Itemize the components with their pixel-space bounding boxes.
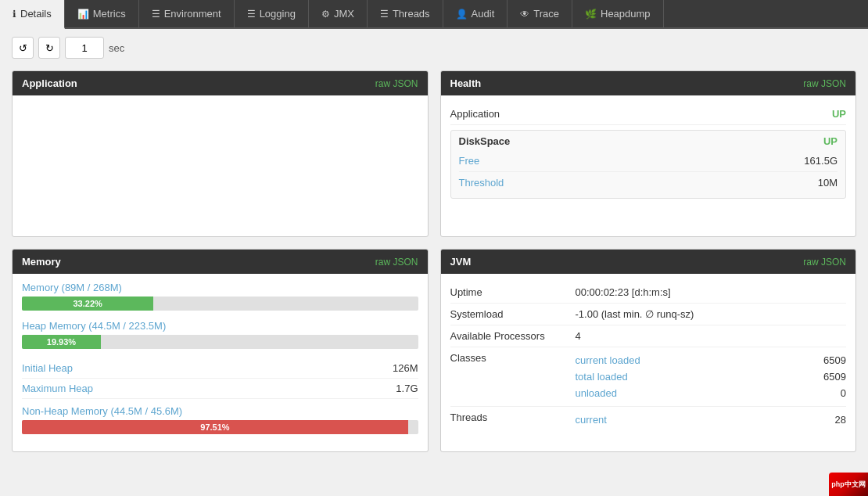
health-threshold-label: Threshold (459, 177, 504, 189)
health-diskspace-label: DiskSpace (459, 135, 511, 147)
interval-unit-label: sec (109, 42, 124, 54)
memory-raw-json[interactable]: raw JSON (375, 257, 418, 268)
interval-input[interactable] (65, 37, 104, 59)
php-watermark: php中文网 (829, 473, 868, 476)
tab-jmx[interactable]: ⚙ JMX (309, 0, 368, 27)
jvm-systemload-value: -1.00 (last min. ∅ runq-sz) (576, 308, 847, 320)
logging-icon: ☰ (247, 9, 256, 20)
tab-threads-label: Threads (393, 8, 430, 20)
heap-memory-label: Heap Memory (44.5M / 223.5M) (22, 320, 418, 332)
trace-icon: 👁 (520, 9, 529, 20)
top-panels-row: Application raw JSON Health raw JSON App… (12, 70, 856, 237)
auto-refresh-button[interactable]: ↻ (38, 37, 60, 59)
jvm-current-threads-value: 28 (799, 414, 846, 426)
application-raw-json[interactable]: raw JSON (375, 78, 418, 89)
audit-icon: 👤 (456, 9, 468, 20)
jvm-current-loaded-label: current loaded (576, 354, 640, 366)
jvm-panel-body: Uptime 00:00:02:23 [d:h:m:s] Systemload … (441, 274, 856, 440)
health-application-row: Application UP (450, 103, 847, 125)
heap-memory-bar-fill: 19.93% (22, 335, 101, 349)
health-application-status: UP (832, 108, 846, 120)
jvm-total-loaded-value: 6509 (799, 371, 846, 383)
health-free-value: 161.5G (804, 155, 838, 167)
tab-audit[interactable]: 👤 Audit (443, 0, 508, 27)
health-panel: Health raw JSON Application UP DiskSpace… (440, 70, 857, 237)
maximum-heap-value: 1.7G (396, 383, 418, 394)
jvm-current-loaded-row: current loaded 6509 (576, 352, 847, 368)
tab-metrics[interactable]: 📊 Metrics (65, 0, 139, 27)
jvm-unloaded-label: unloaded (576, 387, 618, 399)
tab-trace[interactable]: 👁 Trace (508, 0, 572, 27)
health-diskspace-header: DiskSpace UP (459, 135, 838, 147)
tab-logging-label: Logging (260, 8, 296, 20)
health-free-label: Free (459, 155, 480, 167)
jvm-total-loaded-row: total loaded 6509 (576, 368, 847, 385)
heap-memory-bar-bg: 19.93% (22, 335, 418, 349)
maximum-heap-row: Maximum Heap 1.7G (22, 379, 418, 399)
jvm-unloaded-value: 0 (799, 387, 846, 399)
health-free-row: Free 161.5G (459, 150, 838, 172)
initial-heap-label: Initial Heap (22, 362, 73, 374)
jvm-current-loaded-value: 6509 (799, 354, 846, 366)
main-content: Application raw JSON Health raw JSON App… (0, 66, 868, 476)
tab-details-label: Details (20, 8, 52, 20)
jvm-current-threads-row: current 28 (576, 412, 847, 428)
metrics-icon: 📊 (77, 9, 89, 20)
health-threshold-value: 10M (818, 177, 838, 189)
application-panel-title: Application (22, 77, 77, 89)
jvm-raw-json[interactable]: raw JSON (803, 257, 846, 268)
jvm-classes-block: current loaded 6509 total loaded 6509 un… (576, 352, 847, 401)
jvm-total-loaded-label: total loaded (576, 371, 628, 383)
memory-total-label: Memory (89M / 268M) (22, 282, 418, 293)
application-panel-body (13, 95, 428, 236)
memory-total-pct: 33.22% (73, 299, 102, 308)
refresh-button[interactable]: ↺ (12, 37, 34, 59)
bottom-panels-row: Memory raw JSON Memory (89M / 268M) 33.2… (12, 249, 856, 452)
memory-panel: Memory raw JSON Memory (89M / 268M) 33.2… (12, 249, 429, 452)
heap-memory-item: Heap Memory (44.5M / 223.5M) 19.93% (22, 320, 418, 349)
memory-panel-title: Memory (22, 256, 61, 268)
jvm-threads-block: current 28 (576, 412, 847, 428)
jvm-unloaded-row: unloaded 0 (576, 385, 847, 401)
tab-environment[interactable]: ☰ Environment (139, 0, 235, 27)
health-application-label: Application (450, 108, 500, 120)
health-panel-body: Application UP DiskSpace UP Free 161.5G … (441, 95, 856, 211)
jvm-systemload-label: Systemload (450, 308, 576, 320)
environment-icon: ☰ (152, 9, 160, 20)
tab-details[interactable]: ℹ Details (0, 0, 65, 29)
jvm-systemload-row: Systemload -1.00 (last min. ∅ runq-sz) (450, 304, 847, 325)
heap-memory-pct: 19.93% (47, 337, 76, 347)
jvm-threads-label: Threads (450, 412, 576, 423)
tab-logging[interactable]: ☰ Logging (235, 0, 309, 27)
tab-metrics-label: Metrics (93, 8, 126, 20)
jmx-icon: ⚙ (321, 9, 330, 20)
memory-total-bar-bg: 33.22% (22, 297, 418, 311)
memory-total-bar-fill: 33.22% (22, 297, 153, 311)
memory-panel-header: Memory raw JSON (13, 250, 428, 274)
memory-total-item: Memory (89M / 268M) 33.22% (22, 282, 418, 311)
tab-threads[interactable]: ☰ Threads (368, 0, 443, 27)
memory-panel-body: Memory (89M / 268M) 33.22% Heap Memory (… (13, 274, 428, 451)
heapdump-icon: 🌿 (585, 9, 597, 20)
non-heap-label: Non-Heap Memory (44.5M / 45.6M) (22, 405, 418, 417)
jvm-processors-row: Available Processors 4 (450, 325, 847, 347)
jvm-processors-label: Available Processors (450, 330, 576, 342)
health-raw-json[interactable]: raw JSON (803, 78, 846, 89)
tab-bar: ℹ Details 📊 Metrics ☰ Environment ☰ Logg… (0, 0, 868, 29)
health-diskspace-status: UP (823, 135, 838, 147)
threads-icon: ☰ (380, 9, 389, 20)
health-threshold-row: Threshold 10M (459, 172, 838, 193)
initial-heap-value: 126M (393, 362, 418, 374)
health-panel-header: Health raw JSON (441, 71, 856, 95)
tab-heapdump-label: Heapdump (601, 8, 651, 20)
jvm-uptime-label: Uptime (450, 286, 576, 298)
initial-heap-row: Initial Heap 126M (22, 358, 418, 379)
non-heap-item: Non-Heap Memory (44.5M / 45.6M) 97.51% (22, 405, 418, 434)
jvm-uptime-row: Uptime 00:00:02:23 [d:h:m:s] (450, 282, 847, 304)
non-heap-bar-bg: 97.51% (22, 420, 418, 434)
jvm-current-threads-label: current (576, 414, 607, 426)
application-panel: Application raw JSON (12, 70, 429, 237)
jvm-uptime-value: 00:00:02:23 [d:h:m:s] (576, 286, 847, 298)
tab-heapdump[interactable]: 🌿 Heapdump (572, 0, 664, 27)
application-panel-header: Application raw JSON (13, 71, 428, 95)
